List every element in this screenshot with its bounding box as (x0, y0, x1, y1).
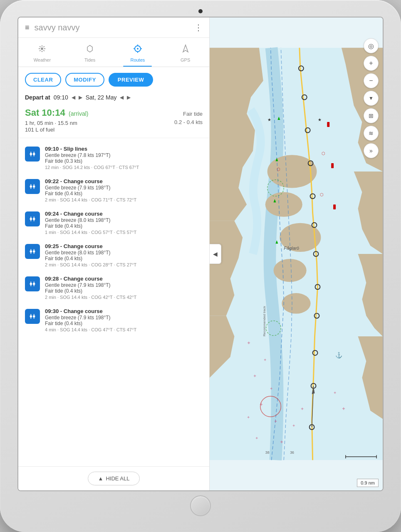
waypoint-wind-3: Gentle breeze (8.0 kts 198°T) (45, 250, 203, 256)
depart-label: Depart at (25, 94, 50, 101)
svg-point-10 (137, 48, 139, 50)
tab-tides[interactable]: Tides (66, 40, 114, 67)
svg-point-16 (33, 153, 35, 155)
svg-rect-70 (331, 163, 334, 168)
tab-routes-label: Routes (130, 57, 145, 62)
waypoint-meta-1: 2 min · SOG 14.4 kts · COG 71°T · CTS 72… (45, 197, 203, 202)
compass-icon: ◎ (368, 42, 374, 50)
arrival-time: Sat 10:14 (25, 107, 65, 118)
svg-text:✦: ✦ (255, 436, 258, 440)
plus-icon: + (369, 60, 373, 67)
clear-button[interactable]: CLEAR (25, 73, 61, 87)
modify-button[interactable]: MODIFY (65, 73, 104, 87)
routes-icon (133, 44, 143, 56)
svg-point-55 (274, 259, 307, 282)
svg-text:✦: ✦ (274, 419, 277, 424)
waypoint-icon-2 (25, 211, 40, 226)
preview-button[interactable]: PREVIEW (109, 73, 153, 87)
waypoints-list: 09:10 - Slip lines Gentle breeze (7.8 kt… (18, 138, 209, 466)
summary-block: Sat 10:14 (arrival) Fair tide 1 hr, 05 m… (18, 105, 209, 138)
waypoint-content-4: 09:28 - Change course Gentle breeze (7.9… (45, 276, 203, 300)
list-item: 09:30 - Change course Gentle breeze (7.9… (18, 304, 209, 336)
list-item: 09:24 - Change course Gentle breeze (8.0… (18, 206, 209, 239)
fuel-line: 101 L of fuel (25, 127, 203, 133)
home-button[interactable] (190, 495, 211, 516)
waypoint-title-2: 09:24 - Change course (45, 211, 203, 217)
list-item: 09:28 - Change course Gentle breeze (7.9… (18, 271, 209, 304)
time-next-arrow[interactable]: ▶ (79, 94, 82, 100)
list-item: 09:22 - Change course Gentle breeze (7.9… (18, 174, 209, 206)
svg-text:✦: ✦ (292, 423, 295, 428)
compass-button[interactable]: ◎ (364, 38, 379, 53)
map-controls: ◎ + − ▼ ⊞ ≋ » (364, 38, 379, 158)
zoom-in-button[interactable]: + (364, 56, 379, 71)
waypoint-icon-0 (25, 147, 40, 162)
waypoint-content-1: 09:22 - Change course Gentle breeze (7.9… (45, 178, 203, 202)
waypoint-icon-4 (25, 276, 40, 291)
waypoint-meta-3: 2 min · SOG 14.4 kts · COG 28°T · CTS 27… (45, 262, 203, 267)
waypoint-wind-0: Gentle breeze (7.8 kts 197°T) (45, 152, 203, 158)
svg-text:38: 38 (265, 450, 270, 455)
time-prev-arrow[interactable]: ◀ (72, 94, 75, 100)
svg-point-56 (282, 293, 310, 314)
svg-text:✦: ✦ (247, 340, 251, 346)
waypoint-meta-2: 1 min · SOG 14.4 kts · COG 57°T · CTS 57… (45, 230, 203, 235)
collapse-panel-button[interactable]: ◀ (210, 244, 221, 264)
hamburger-icon[interactable]: ≡ (25, 23, 30, 32)
waypoint-title-4: 09:28 - Change course (45, 276, 203, 282)
svg-line-8 (40, 50, 41, 51)
tablet-device: ≡ savvy navvy ⋮ (0, 0, 401, 532)
zoom-out-button[interactable]: − (364, 73, 379, 88)
svg-text:✦: ✦ (333, 390, 337, 395)
forward-button[interactable]: » (364, 143, 379, 158)
svg-text:✦: ✦ (270, 386, 273, 391)
layers-button[interactable]: ⊞ (364, 108, 379, 123)
waypoint-tide-3: Fair tide (0.4 kts) (45, 256, 203, 261)
svg-point-28 (33, 218, 35, 220)
svg-point-0 (41, 47, 43, 50)
nautical-map[interactable]: ✦ ✦ ✦ ✦ ✦ ✦ ✦ ✦ ✦ ✦ ✦ ✦ ✦ ⚓ Fåglarö Reco… (210, 17, 383, 490)
svg-text:⚓: ⚓ (335, 352, 343, 359)
svg-point-22 (33, 185, 35, 188)
tab-weather[interactable]: Weather (18, 40, 66, 67)
tab-gps[interactable]: GPS (161, 40, 209, 67)
trip-details: 1 hr, 05 min · 15.5 nm (25, 120, 77, 126)
waypoint-icon-1 (25, 179, 40, 194)
svg-point-21 (30, 185, 32, 188)
map-panel[interactable]: ◀ (210, 17, 383, 490)
waypoint-tide-5: Fair tide (0.4 kts) (45, 321, 203, 326)
date-prev-arrow[interactable]: ◀ (120, 94, 124, 100)
waypoint-title-5: 09:30 - Change course (45, 308, 203, 314)
waypoint-tide-1: Fair tide (0.4 kts) (45, 191, 203, 196)
north-up-button[interactable]: ▼ (364, 91, 379, 106)
depart-date: Sat, 22 May (86, 94, 117, 101)
waypoint-content-0: 09:10 - Slip lines Gentle breeze (7.8 kt… (45, 146, 203, 170)
svg-text:36: 36 (290, 450, 294, 455)
tab-routes[interactable]: Routes (114, 40, 162, 67)
waypoint-content-2: 09:24 - Change course Gentle breeze (8.0… (45, 211, 203, 235)
svg-line-7 (44, 46, 45, 47)
svg-point-27 (30, 218, 32, 220)
waypoint-title-3: 09:25 - Change course (45, 243, 203, 249)
more-menu-icon[interactable]: ⋮ (194, 22, 203, 32)
svg-text:⬡: ⬡ (277, 167, 280, 172)
svg-text:✦: ✦ (300, 406, 304, 411)
svg-text:Recommended track: Recommended track (262, 306, 266, 336)
svg-text:⬡: ⬡ (320, 192, 324, 197)
waypoint-title-1: 09:22 - Change course (45, 178, 203, 184)
date-next-arrow[interactable]: ▶ (127, 94, 131, 100)
hide-all-button[interactable]: ▲ HIDE ALL (88, 472, 140, 485)
north-icon: ▼ (369, 95, 374, 101)
hide-all-bar: ▲ HIDE ALL (18, 466, 209, 490)
layers-icon: ⊞ (369, 112, 374, 119)
waypoint-wind-1: Gentle breeze (7.9 kts 198°T) (45, 185, 203, 191)
scale-bar: 0.9 nm (357, 479, 379, 487)
wind-button[interactable]: ≋ (364, 126, 379, 141)
left-panel: ≡ savvy navvy ⋮ (18, 17, 210, 490)
svg-text:✦: ✦ (342, 406, 346, 412)
waypoint-wind-4: Gentle breeze (7.9 kts 198°T) (45, 282, 203, 288)
tablet-screen: ≡ savvy navvy ⋮ (17, 17, 384, 491)
svg-text:⬡: ⬡ (322, 151, 325, 156)
svg-point-46 (33, 315, 35, 318)
svg-text:Fåglarö: Fåglarö (284, 246, 299, 251)
